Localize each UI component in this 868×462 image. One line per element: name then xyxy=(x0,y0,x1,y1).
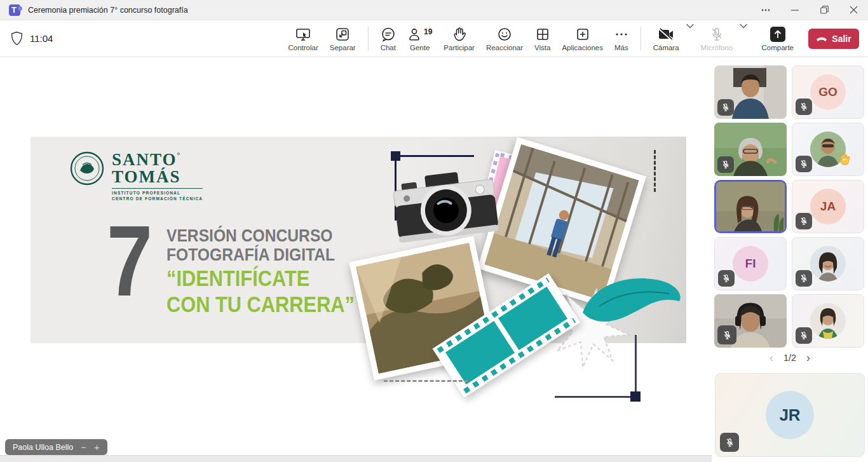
mic-button[interactable]: Micrófono xyxy=(695,24,739,54)
shield-icon[interactable] xyxy=(10,31,24,46)
participant-tile-initials-jr[interactable]: JR xyxy=(715,373,865,457)
slide-big-number: 7 xyxy=(107,215,153,307)
participant-tile-initials-fi[interactable]: FI xyxy=(714,237,787,290)
more-actions-button[interactable]: Más xyxy=(609,24,634,54)
share-button[interactable]: Comparte xyxy=(756,24,800,54)
teams-logo xyxy=(9,4,20,16)
avatar-initials: FI xyxy=(733,246,768,282)
participant-tile-initials-ja[interactable]: JA xyxy=(792,180,864,233)
zoom-out-button[interactable]: − xyxy=(81,442,86,452)
toolbar-divider xyxy=(641,27,641,51)
avatar-initials: JA xyxy=(810,189,846,224)
wave-hand-icon xyxy=(837,153,852,170)
deco-dashed-line-vertical xyxy=(654,150,656,192)
mic-muted-badge xyxy=(717,99,734,116)
mic-muted-badge xyxy=(796,270,812,287)
participant-tile-photo-woman[interactable] xyxy=(792,237,864,290)
deco-teal-swoosh xyxy=(581,273,683,337)
headline-line1: VERSIÓN CONCURSO xyxy=(166,226,355,245)
minimize-icon xyxy=(791,6,799,14)
pager-next-button[interactable]: › xyxy=(806,352,810,363)
mic-muted-badge xyxy=(796,213,812,229)
participant-tile-video-active-speaker[interactable] xyxy=(714,180,787,233)
participants-pager: ‹ 1/2 › xyxy=(712,350,868,366)
zoom-in-button[interactable]: + xyxy=(94,442,100,452)
seal-icon xyxy=(70,151,104,186)
apps-button[interactable]: Aplicaciones xyxy=(556,24,609,54)
people-count: 19 xyxy=(424,27,432,36)
deco-corner-line xyxy=(635,335,637,397)
view-button[interactable]: Vista xyxy=(529,24,556,54)
participant-tile-video-man[interactable] xyxy=(714,65,787,119)
mic-muted-badge xyxy=(718,270,735,287)
mic-muted-badge xyxy=(796,327,812,344)
camera-off-icon xyxy=(658,26,674,43)
close-button[interactable] xyxy=(839,0,868,20)
leave-button[interactable]: Salir xyxy=(808,29,859,49)
mic-muted-badge xyxy=(717,156,734,173)
avatar-photo xyxy=(810,303,846,339)
restore-icon xyxy=(820,6,829,14)
raise-hand-button[interactable]: Participar xyxy=(438,24,480,54)
deco-dashed-line-horizontal xyxy=(384,380,468,382)
popout-button[interactable]: Separar xyxy=(324,24,362,54)
chevron-down-icon xyxy=(686,24,694,29)
control-button[interactable]: Controlar xyxy=(282,24,323,54)
smiley-icon xyxy=(497,26,512,43)
mic-muted-badge xyxy=(796,99,812,115)
share-up-icon xyxy=(770,27,785,42)
popout-icon xyxy=(335,26,350,43)
chevron-down-icon xyxy=(740,24,747,29)
slide-headline: VERSIÓN CONCURSO FOTOGRAFÍA DIGITAL “IDE… xyxy=(166,226,355,316)
mic-muted-badge xyxy=(717,325,736,344)
logo-line2: TOMÁS xyxy=(112,168,203,186)
ellipsis-icon xyxy=(615,26,628,43)
close-icon xyxy=(850,6,858,14)
participant-tile-initials-go[interactable]: GO xyxy=(792,65,864,119)
meeting-timer: 11:04 xyxy=(30,33,53,44)
participant-tile-video-woman-gray[interactable] xyxy=(714,123,787,176)
deco-corner-line xyxy=(555,396,638,398)
quote-line1: “IDENTIFÍCATE xyxy=(166,267,355,290)
deco-corner-line xyxy=(399,155,474,157)
shared-screen-stage: SANTO° TOMÁS INSTITUTO PROFESIONAL CENTR… xyxy=(0,57,712,455)
deco-corner-square xyxy=(630,391,641,402)
mic-muted-badge xyxy=(796,156,812,172)
minimize-button[interactable] xyxy=(780,0,810,20)
titlebar-more-button[interactable] xyxy=(751,0,780,20)
hangup-icon xyxy=(816,36,827,42)
window-title: Ceremonia premiación 7° concurso fotogra… xyxy=(28,6,188,15)
participant-tile-photo-woman-green[interactable] xyxy=(792,294,864,348)
participant-tile-video-headphones[interactable] xyxy=(714,294,787,348)
pager-prev-button[interactable]: ‹ xyxy=(770,352,773,363)
more-icon xyxy=(761,5,771,15)
presenter-name: Paola Ulloa Bello xyxy=(13,443,73,452)
chat-button[interactable]: Chat xyxy=(375,24,402,54)
avatar-initials: GO xyxy=(810,74,846,110)
screen-control-icon xyxy=(295,26,311,43)
toolbar-divider xyxy=(368,27,369,51)
grid-view-icon xyxy=(535,26,550,43)
chat-icon xyxy=(381,26,396,43)
camera-illustration xyxy=(381,161,513,271)
meeting-toolbar: 11:04 Controlar Separar Chat xyxy=(0,20,868,57)
camera-button[interactable]: Cámara xyxy=(648,24,685,54)
quote-line2: CON TU CARRERA” xyxy=(166,293,355,316)
mic-off-icon xyxy=(710,26,724,43)
participant-tile-photo-wave[interactable] xyxy=(792,123,864,176)
logo-sub1: INSTITUTO PROFESIONAL xyxy=(112,190,203,196)
avatar-photo xyxy=(810,246,846,282)
leave-label: Salir xyxy=(832,34,851,44)
mic-muted-badge xyxy=(720,433,739,452)
avatar-initials: JR xyxy=(766,391,814,439)
react-button[interactable]: Reaccionar xyxy=(480,24,529,54)
santo-tomas-logo: SANTO° TOMÁS INSTITUTO PROFESIONAL CENTR… xyxy=(70,151,203,201)
people-icon xyxy=(407,27,421,42)
logo-sub2: CENTRO DE FORMACIÓN TÉCNICA xyxy=(112,196,203,201)
mic-chevron-button[interactable] xyxy=(738,24,749,37)
pager-current: 1/2 xyxy=(783,353,796,363)
people-button[interactable]: 19 Gente xyxy=(402,24,438,54)
camera-chevron-button[interactable] xyxy=(685,24,695,37)
restore-button[interactable] xyxy=(810,0,839,20)
apps-plus-icon xyxy=(575,26,590,43)
